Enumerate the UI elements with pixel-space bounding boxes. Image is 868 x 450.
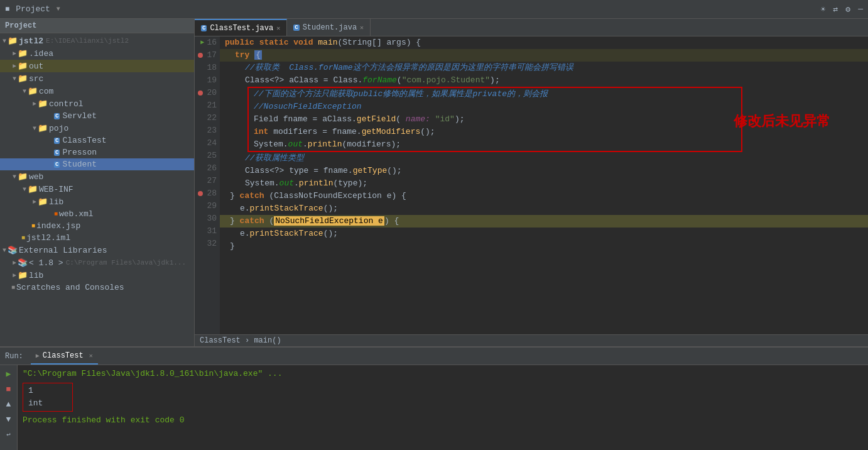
- tab-close-classtest[interactable]: ✕: [276, 25, 280, 32]
- breadcrumb: ClassTest › main(): [200, 336, 281, 345]
- folder-icon-out: 📁: [18, 61, 28, 71]
- gear-icon[interactable]: ⚙: [845, 4, 850, 14]
- output-line-1: 1: [28, 385, 67, 397]
- code-line-25: //获取属性类型: [220, 152, 868, 165]
- sidebar-item-jstl2[interactable]: ▼ 📁 jstl2 E:\IDEA\lianxi\jstl2: [0, 35, 194, 47]
- sidebar-item-src[interactable]: ▼ 📁 src: [0, 72, 194, 85]
- run-tab-classtest[interactable]: ▶ ClassTest ✕: [31, 348, 98, 365]
- red-box-annotation: //下面的这个方法只能获取public修饰的属性，如果属性是private的，则…: [247, 87, 742, 152]
- code-line-24: System.out.println(modifiers);: [249, 138, 741, 151]
- sidebar-item-lib2[interactable]: ► 📁 lib: [0, 269, 194, 282]
- line-num-28: 28: [198, 187, 217, 200]
- top-bar: ■ Project ▼ ☀ ⇄ ⚙ —: [0, 0, 868, 19]
- sidebar-item-com[interactable]: ▼ 📁 com: [0, 85, 194, 97]
- folder-icon-webinf: 📁: [28, 184, 38, 194]
- sidebar-item-pojo[interactable]: ▼ 📁 pojo: [0, 122, 194, 134]
- sidebar-item-external-libs[interactable]: ▼ 📚 External Libraries: [0, 244, 194, 256]
- run-tab-close[interactable]: ✕: [89, 352, 93, 359]
- sidebar-item-web[interactable]: ▼ 📁 web: [0, 170, 194, 183]
- line-num-23: 23: [198, 124, 217, 137]
- code-line-31: e.printStackTrace();: [220, 228, 868, 240]
- tab-label-student: Student.java: [303, 23, 357, 32]
- line-num-22: 22: [198, 112, 217, 124]
- breakpoint-17: [198, 53, 203, 58]
- line-num-32: 32: [198, 238, 217, 250]
- line-num-20: 20: [198, 87, 217, 99]
- collapse-arrow-lib2: ►: [13, 272, 16, 279]
- editor-area: C ClassTest.java ✕ C Student.java ✕ ▶ 16: [195, 19, 868, 346]
- sidebar-item-lib[interactable]: ► 📁 lib: [0, 195, 194, 208]
- folder-icon-lib: 📁: [38, 197, 48, 207]
- jsp-icon: ■: [31, 222, 35, 229]
- line-num-16: ▶ 16: [198, 36, 217, 49]
- sidebar-header: Project: [0, 19, 194, 33]
- tab-java-icon-student: C: [293, 25, 299, 31]
- tab-student[interactable]: C Student.java ✕: [287, 19, 371, 36]
- java-icon-presson: C: [54, 150, 60, 156]
- java-icon-classtest: C: [54, 138, 60, 144]
- code-line-21: //NosuchFieldException: [249, 101, 741, 113]
- sidebar-item-scratches[interactable]: ■ Scratches and Consoles: [0, 282, 194, 294]
- sidebar-item-student[interactable]: C Student: [0, 158, 194, 170]
- sidebar: Project ▼ 📁 jstl2 E:\IDEA\lianxi\jstl2 ►…: [0, 19, 195, 346]
- collapse-arrow-lib: ►: [33, 199, 36, 206]
- run-tab-icon: ▶: [36, 352, 40, 359]
- line-numbers: ▶ 16 17 18 19 20 21 22 23 24 25 26: [195, 36, 220, 334]
- iml-icon: ■: [21, 234, 25, 241]
- run-scroll-down-button[interactable]: ▼: [3, 413, 15, 425]
- sidebar-item-iml[interactable]: ■ jstl2.iml: [0, 232, 194, 244]
- top-bar-title: Project: [16, 4, 50, 14]
- run-wrap-button[interactable]: ↩: [3, 428, 15, 441]
- sidebar-item-webxml[interactable]: ■ web.xml: [0, 208, 194, 220]
- tab-close-student[interactable]: ✕: [360, 24, 364, 31]
- sidebar-item-presson[interactable]: C Presson: [0, 146, 194, 158]
- code-editor: ▶ 16 17 18 19 20 21 22 23 24 25 26: [195, 36, 868, 334]
- line-num-31: 31: [198, 225, 217, 238]
- tab-bar: C ClassTest.java ✕ C Student.java ✕: [195, 19, 868, 36]
- sidebar-item-classtest[interactable]: C ClassTest: [0, 134, 194, 146]
- folder-icon-src: 📁: [18, 74, 28, 84]
- code-line-26: Class<?> type = fname.getType();: [220, 165, 868, 177]
- line-num-21: 21: [198, 99, 217, 112]
- collapse-arrow-jdk: ►: [13, 260, 16, 266]
- output-process-text: Process finished with exit code 0: [23, 415, 184, 425]
- xml-icon: ■: [54, 211, 58, 217]
- folder-icon-com: 📁: [28, 86, 38, 96]
- expand-arrow-src: ▼: [13, 75, 16, 82]
- output-command-text: "C:\Program Files\Java\jdk1.8.0_161\bin\…: [23, 369, 282, 378]
- line-num-27: 27: [198, 175, 217, 187]
- sidebar-item-jdk[interactable]: ► 📚 < 1.8 > C:\Program Files\Java\jdk1..…: [0, 256, 194, 269]
- sidebar-item-webinf[interactable]: ▼ 📁 WEB-INF: [0, 183, 194, 195]
- dropdown-arrow[interactable]: ▼: [57, 6, 60, 13]
- jdk-icon: 📚: [18, 258, 28, 268]
- chinese-note: 修改后未见异常: [734, 112, 830, 131]
- expand-arrow-webinf: ▼: [23, 186, 26, 193]
- sidebar-item-servlet[interactable]: C Servlet: [0, 110, 194, 122]
- main-layout: Project ▼ 📁 jstl2 E:\IDEA\lianxi\jstl2 ►…: [0, 19, 868, 346]
- tab-classtest[interactable]: C ClassTest.java ✕: [195, 19, 287, 36]
- run-label: Run:: [5, 352, 23, 361]
- scratch-icon: ■: [11, 284, 15, 291]
- line-num-30: 30: [198, 212, 217, 225]
- run-stop-button[interactable]: ■: [3, 383, 15, 395]
- line-num-26: 26: [198, 162, 217, 175]
- globe-icon[interactable]: ☀: [821, 4, 826, 14]
- sidebar-title: Project: [5, 21, 36, 30]
- sidebar-item-control[interactable]: ► 📁 control: [0, 97, 194, 110]
- sidebar-item-out[interactable]: ► 📁 out: [0, 60, 194, 72]
- breakpoint-20: [198, 91, 203, 96]
- java-icon-student: C: [54, 162, 60, 168]
- sidebar-item-indexjsp[interactable]: ■ index.jsp: [0, 220, 194, 232]
- collapse-arrow-idea: ►: [13, 50, 16, 57]
- run-arrow-16: ▶: [200, 36, 204, 49]
- sidebar-item-idea[interactable]: ► 📁 .idea: [0, 47, 194, 60]
- line-num-19: 19: [198, 74, 217, 87]
- minimize-icon[interactable]: —: [858, 4, 863, 14]
- line-num-17: 17: [198, 49, 217, 62]
- run-scroll-up-button[interactable]: ▲: [3, 398, 15, 410]
- line-num-25: 25: [198, 150, 217, 162]
- expand-arrow-pojo: ▼: [33, 125, 36, 132]
- run-play-button[interactable]: ▶: [3, 368, 15, 380]
- folder-icon-lib2: 📁: [18, 270, 28, 280]
- transfer-icon[interactable]: ⇄: [833, 4, 838, 14]
